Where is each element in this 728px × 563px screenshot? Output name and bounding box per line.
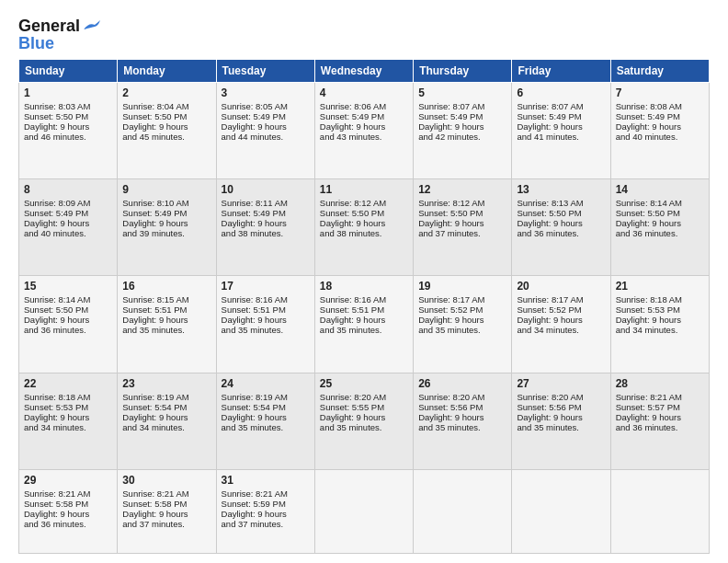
cell-line: and 37 minutes. — [222, 519, 310, 529]
cell-line: and 35 minutes. — [517, 422, 605, 432]
day-number: 26 — [418, 377, 506, 390]
cell-line: and 38 minutes. — [320, 228, 408, 238]
day-number: 28 — [616, 377, 704, 390]
cell-line: Sunrise: 8:20 AM — [320, 392, 408, 402]
day-number: 7 — [616, 86, 704, 99]
cell-line: and 36 minutes. — [616, 422, 704, 432]
cell-line: Sunset: 5:54 PM — [122, 402, 210, 412]
cell-line: and 45 minutes. — [122, 132, 210, 142]
cell-line: Sunrise: 8:12 AM — [320, 198, 408, 208]
logo: General Blue — [18, 17, 102, 53]
cell-line: Sunrise: 8:14 AM — [616, 198, 704, 208]
weekday-header-sunday: Sunday — [19, 59, 118, 82]
weekday-header-wednesday: Wednesday — [314, 59, 413, 82]
calendar-cell: 25Sunrise: 8:20 AMSunset: 5:55 PMDayligh… — [314, 373, 413, 469]
logo-bird-icon — [82, 20, 102, 33]
week-row-4: 22Sunrise: 8:18 AMSunset: 5:53 PMDayligh… — [19, 373, 710, 469]
weekday-header-saturday: Saturday — [610, 59, 709, 82]
cell-line: Sunrise: 8:17 AM — [418, 294, 506, 304]
weekday-header-friday: Friday — [512, 59, 610, 82]
cell-line: Sunset: 5:49 PM — [616, 111, 704, 121]
cell-line: Sunrise: 8:04 AM — [122, 101, 210, 111]
cell-line: and 37 minutes. — [122, 519, 210, 529]
calendar-cell: 2Sunrise: 8:04 AMSunset: 5:50 PMDaylight… — [118, 82, 216, 178]
calendar-cell: 23Sunrise: 8:19 AMSunset: 5:54 PMDayligh… — [118, 373, 216, 469]
page: General Blue SundayMondayTuesdayWednesda… — [0, 0, 728, 563]
day-number: 17 — [222, 280, 310, 293]
calendar-cell: 6Sunrise: 8:07 AMSunset: 5:49 PMDaylight… — [512, 82, 610, 178]
calendar-cell: 27Sunrise: 8:20 AMSunset: 5:56 PMDayligh… — [512, 373, 610, 469]
day-number: 2 — [122, 86, 210, 99]
cell-line: Sunset: 5:52 PM — [517, 304, 605, 315]
cell-line: Daylight: 9 hours — [320, 315, 408, 325]
cell-line: Daylight: 9 hours — [24, 315, 112, 325]
calendar-cell: 5Sunrise: 8:07 AMSunset: 5:49 PMDaylight… — [414, 82, 512, 178]
cell-line: Sunrise: 8:10 AM — [122, 198, 210, 208]
day-number: 1 — [24, 86, 112, 99]
calendar-cell: 18Sunrise: 8:16 AMSunset: 5:51 PMDayligh… — [314, 276, 413, 373]
cell-line: Sunrise: 8:05 AM — [222, 101, 310, 111]
calendar-cell: 16Sunrise: 8:15 AMSunset: 5:51 PMDayligh… — [118, 276, 216, 373]
day-number: 8 — [24, 183, 112, 196]
cell-line: and 35 minutes. — [320, 422, 408, 432]
cell-line: Sunrise: 8:08 AM — [616, 101, 704, 111]
day-number: 11 — [320, 183, 408, 196]
cell-line: Sunrise: 8:21 AM — [616, 392, 704, 402]
day-number: 6 — [517, 86, 605, 99]
day-number: 9 — [122, 183, 210, 196]
cell-line: Sunrise: 8:11 AM — [222, 198, 310, 208]
cell-line: Sunset: 5:54 PM — [222, 402, 310, 412]
cell-line: and 36 minutes. — [24, 325, 112, 335]
calendar-cell: 13Sunrise: 8:13 AMSunset: 5:50 PMDayligh… — [512, 179, 610, 276]
cell-line: and 43 minutes. — [320, 132, 408, 142]
cell-line: Daylight: 9 hours — [222, 121, 310, 132]
cell-line: Daylight: 9 hours — [222, 412, 310, 422]
cell-line: Sunset: 5:51 PM — [222, 304, 310, 315]
cell-line: Daylight: 9 hours — [418, 218, 506, 228]
cell-line: Daylight: 9 hours — [222, 218, 310, 228]
day-number: 5 — [418, 86, 506, 99]
cell-line: Sunrise: 8:09 AM — [24, 198, 112, 208]
cell-line: Daylight: 9 hours — [517, 121, 605, 132]
calendar-cell: 3Sunrise: 8:05 AMSunset: 5:49 PMDaylight… — [216, 82, 314, 178]
day-number: 25 — [320, 377, 408, 390]
cell-line: Daylight: 9 hours — [418, 412, 506, 422]
cell-line: Daylight: 9 hours — [24, 509, 112, 519]
cell-line: Sunrise: 8:06 AM — [320, 101, 408, 111]
calendar-cell: 12Sunrise: 8:12 AMSunset: 5:50 PMDayligh… — [414, 179, 512, 276]
cell-line: Sunrise: 8:19 AM — [122, 392, 210, 402]
weekday-header-tuesday: Tuesday — [216, 59, 314, 82]
cell-line: Sunrise: 8:19 AM — [222, 392, 310, 402]
cell-line: and 34 minutes. — [122, 422, 210, 432]
day-number: 19 — [418, 280, 506, 293]
calendar-cell: 1Sunrise: 8:03 AMSunset: 5:50 PMDaylight… — [19, 82, 118, 178]
cell-line: Sunset: 5:59 PM — [222, 499, 310, 509]
cell-line: Sunrise: 8:20 AM — [517, 392, 605, 402]
cell-line: Daylight: 9 hours — [122, 315, 210, 325]
logo-text: General — [18, 17, 102, 36]
calendar-cell: 15Sunrise: 8:14 AMSunset: 5:50 PMDayligh… — [19, 276, 118, 373]
cell-line: and 34 minutes. — [616, 325, 704, 335]
calendar-cell: 10Sunrise: 8:11 AMSunset: 5:49 PMDayligh… — [216, 179, 314, 276]
calendar-cell: 20Sunrise: 8:17 AMSunset: 5:52 PMDayligh… — [512, 276, 610, 373]
cell-line: Daylight: 9 hours — [24, 218, 112, 228]
cell-line: Daylight: 9 hours — [616, 218, 704, 228]
cell-line: Sunset: 5:49 PM — [222, 111, 310, 121]
cell-line: Daylight: 9 hours — [418, 315, 506, 325]
cell-line: Daylight: 9 hours — [122, 121, 210, 132]
day-number: 12 — [418, 183, 506, 196]
cell-line: and 40 minutes. — [616, 132, 704, 142]
calendar-cell: 22Sunrise: 8:18 AMSunset: 5:53 PMDayligh… — [19, 373, 118, 469]
cell-line: Daylight: 9 hours — [616, 315, 704, 325]
cell-line: Sunrise: 8:15 AM — [122, 294, 210, 304]
cell-line: and 42 minutes. — [418, 132, 506, 142]
header: General Blue — [18, 17, 710, 53]
calendar-cell: 17Sunrise: 8:16 AMSunset: 5:51 PMDayligh… — [216, 276, 314, 373]
cell-line: Sunrise: 8:12 AM — [418, 198, 506, 208]
cell-line: and 34 minutes. — [24, 422, 112, 432]
calendar-cell: 21Sunrise: 8:18 AMSunset: 5:53 PMDayligh… — [610, 276, 709, 373]
day-number: 3 — [222, 86, 310, 99]
cell-line: and 36 minutes. — [616, 228, 704, 238]
cell-line: and 39 minutes. — [122, 228, 210, 238]
cell-line: Sunrise: 8:13 AM — [517, 198, 605, 208]
